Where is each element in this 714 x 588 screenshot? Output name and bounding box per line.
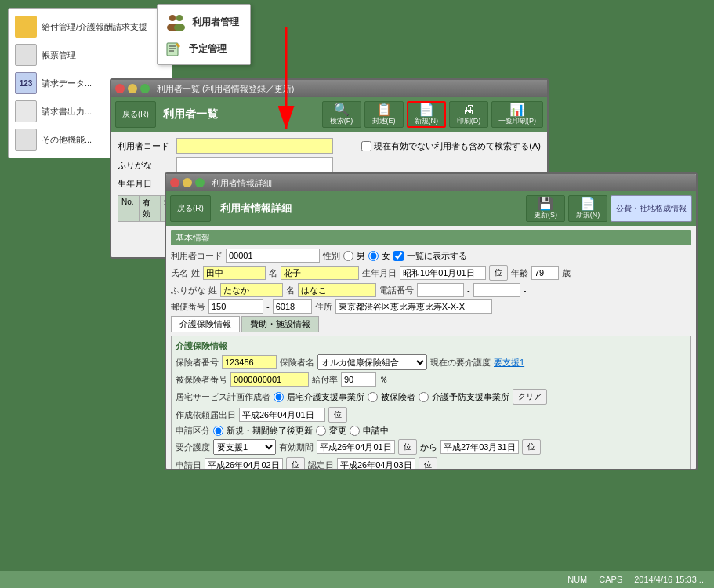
back-button[interactable]: 戻る(R) [115,101,156,128]
birthday-picker-detail[interactable]: 位 [489,265,508,281]
print-all-icon: 📊 [509,103,525,116]
code-label: 利用者コード [118,140,172,152]
new-button-list[interactable]: 📄 新規(N) [407,101,447,128]
printer-icon [15,100,37,122]
zip-input-1[interactable] [208,299,263,314]
pencil-icon [165,40,183,57]
payment-rate-label: 給付率 [312,374,338,386]
care-plan-radio-3[interactable] [419,392,429,402]
close-button[interactable] [115,84,125,93]
given-furi-label: 名 [286,285,295,296]
validity-from-picker[interactable]: 位 [398,439,417,455]
creation-date-input[interactable] [239,408,325,422]
print-single-button[interactable]: 🖨 印刷(D) [449,101,488,128]
division-radio-3[interactable] [350,426,360,436]
maximize-button[interactable] [140,84,150,93]
form-row-insured: 被保険者番号 給付率 ％ [176,372,687,387]
detail-body: 基本情報 利用者コード 性別 男 女 一覧に表示する 氏名 姓 名 生年月日 位… [166,226,696,470]
given-input[interactable] [281,266,359,280]
print-all-button[interactable]: 📊 一覧印刷(P) [491,101,543,128]
care-plan-opt1: 居宅介護支援事業所 [287,391,364,403]
payment-rate-input[interactable] [341,372,376,387]
save-icon: 💾 [538,198,553,210]
creation-date-picker[interactable]: 位 [328,407,347,423]
age-label: 年齢 [511,267,528,279]
furi-input[interactable] [176,157,333,172]
form-row-creation: 作成依頼届出日 位 [176,407,687,423]
phone-input-1[interactable] [417,283,464,297]
people-icon [165,12,186,32]
form-row-dates: 申請日 位 認定日 位 [176,457,687,470]
care-plan-radio-1[interactable] [274,392,284,402]
code-input-detail[interactable] [226,249,320,263]
code-label-detail: 利用者コード [171,250,223,262]
apply-date-picker[interactable]: 位 [286,457,305,470]
approve-date-picker[interactable]: 位 [419,457,437,470]
division-radio-2[interactable] [316,426,326,436]
gender-male-label: 男 [357,250,365,262]
menu-item-label: 予定管理 [189,42,227,56]
menu-item-schedule[interactable]: 予定管理 [158,36,250,61]
toolbar-list: 戻る(R) 利用者一覧 🔍 検索(F) 📋 封述(E) 📄 新規(N) 🖨 印刷… [111,97,547,132]
titlebar-detail: 利用者情報詳細 [166,174,696,191]
form-row-insurer: 保険者番号 保険者名 オルカ健康保険組合 現在の要介護度 要支援1 [176,354,687,370]
tab-cost-facility[interactable]: 費助・施設情報 [241,316,319,332]
furi-label-detail: ふりがな [171,285,205,296]
insured-no-label: 被保険者番号 [176,374,227,386]
division-opt3: 申請中 [363,425,389,437]
care-level-select[interactable]: 要支援1 [213,439,276,455]
insurer-no-input[interactable] [222,355,277,369]
phone-input-2[interactable] [473,283,520,297]
division-radio-1[interactable] [213,426,223,436]
gender-male[interactable] [343,251,353,261]
gender-female[interactable] [368,251,379,261]
care-plan-radios: 居宅介護支援事業所 被保険者 介護予防支援事業所 [274,391,509,403]
back-button-detail[interactable]: 戻る(R) [170,195,211,222]
public-info-button[interactable]: 公費・社地格成情報 [611,195,692,222]
maximize-button-detail[interactable] [195,178,205,187]
address-input[interactable] [335,299,492,314]
print-icon: 🖨 [462,103,475,116]
close-button-detail[interactable] [170,178,179,187]
insurer-name-select[interactable]: オルカ健康保険組合 [317,354,427,370]
new-button-detail[interactable]: 📄 新規(N) [568,195,607,222]
care-plan-radio-2[interactable] [368,392,378,402]
tab-care-insurance[interactable]: 介護保険情報 [171,316,240,332]
list-show-checkbox[interactable] [393,251,404,261]
validity-from-input[interactable] [317,440,395,454]
sidebar-item-chouhyo[interactable]: 帳票管理 [9,41,172,69]
sidebar-item-kyufu[interactable]: 給付管理/介護報酬請求支援 [9,13,172,41]
given-label: 名 [269,267,277,279]
birthday-input-detail[interactable] [400,266,486,280]
update-button[interactable]: 💾 更新(S) [526,195,565,222]
validity-to-input[interactable] [440,440,519,454]
insured-no-input[interactable] [230,372,309,387]
code-input[interactable] [176,138,333,154]
clear-button-1[interactable]: クリア [513,389,547,405]
123-icon: 123 [15,72,37,94]
approve-date-label: 認定日 [308,459,334,471]
validity-to-picker[interactable]: 位 [522,439,541,455]
care-insurance-section: 介護保険情報 保険者番号 保険者名 オルカ健康保険組合 現在の要介護度 要支援1… [171,336,691,470]
sort-button[interactable]: 📋 封述(E) [364,101,404,128]
inactive-checkbox[interactable] [361,141,371,151]
sidebar-item-label: 給付管理/介護報酬請求支援 [42,21,147,33]
zip-input-2[interactable] [273,299,312,314]
minimize-button-detail[interactable] [183,178,192,187]
search-button[interactable]: 🔍 検索(F) [322,101,361,128]
list-show-label: 一覧に表示する [407,250,467,262]
current-care-value[interactable]: 要支援1 [494,357,524,368]
apply-date-input[interactable] [205,458,283,470]
surname-input[interactable] [203,266,266,280]
form-row-name: 氏名 姓 名 生年月日 位 年齢 歳 [171,265,691,281]
age-input[interactable] [531,266,559,280]
window-detail: 利用者情報詳細 戻る(R) 利用者情報詳細 💾 更新(S) 📄 新規(N) 公費… [165,172,698,470]
menu-item-label: 利用者管理 [192,16,239,29]
given-furi-input[interactable] [298,283,376,297]
minimize-button[interactable] [128,84,137,93]
form-row-code: 利用者コード 性別 男 女 一覧に表示する [171,249,691,263]
approve-date-input[interactable] [337,458,415,470]
menu-item-user-mgmt[interactable]: 利用者管理 [158,8,250,36]
care-plan-label: 居宅サービス計画作成者 [176,391,270,403]
surname-furi-input[interactable] [220,283,283,297]
